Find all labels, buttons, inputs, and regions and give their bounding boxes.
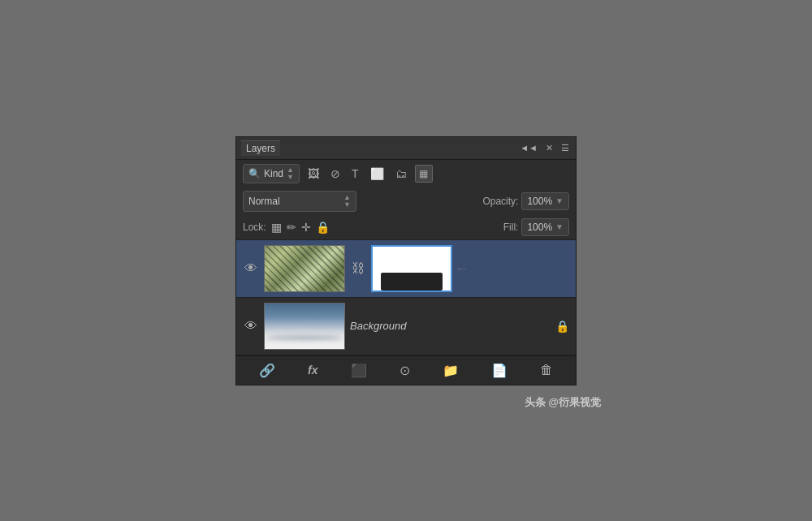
lock-row: Lock: ▦ ✏ ✛ 🔒 Fill: 100% ▼ [236, 215, 576, 240]
text-filter-icon[interactable]: T [348, 166, 362, 182]
layers-list: 👁 ⛓ ··· 👁 Background 🔒 [236, 240, 576, 355]
filter-options-icon[interactable]: ▦ [415, 165, 433, 183]
new-layer-icon[interactable]: 📄 [486, 361, 512, 380]
panel-menu-button[interactable]: ☰ [559, 143, 571, 153]
image-filter-icon[interactable]: 🖼 [304, 166, 322, 182]
opacity-control[interactable]: 100% ▼ [521, 192, 569, 210]
shape-filter-icon[interactable]: ⬜ [367, 166, 387, 182]
blend-dropdown-arrows: ▲▼ [343, 194, 351, 209]
new-group-icon[interactable]: 📁 [438, 361, 464, 380]
adjustment-filter-icon[interactable]: ⊘ [327, 166, 343, 182]
layer-visibility-2[interactable]: 👁 [243, 319, 259, 334]
blend-mode-value: Normal [248, 196, 280, 207]
blending-toolbar: Normal ▲▼ Opacity: 100% ▼ [236, 187, 576, 215]
filter-toolbar: 🔍 Kind ▲▼ 🖼 ⊘ T ⬜ 🗂 ▦ [236, 160, 576, 187]
layer-lock-2: 🔒 [555, 320, 569, 333]
layer-item-2[interactable]: 👁 Background 🔒 [236, 298, 576, 355]
title-bar: Layers ◄◄ ✕ ☰ [236, 137, 576, 160]
collapse-button[interactable]: ◄◄ [518, 143, 539, 153]
layer-more-options-1: ··· [457, 263, 465, 274]
layer-thumbnail-1 [264, 245, 345, 292]
opacity-number: 100% [527, 196, 552, 207]
kind-label: Kind [264, 168, 283, 179]
dropdown-arrows: ▲▼ [287, 166, 294, 181]
delete-layer-icon[interactable]: 🗑 [535, 361, 558, 379]
close-button[interactable]: ✕ [544, 143, 555, 153]
grid-icon: ▦ [419, 168, 428, 179]
smart-filter-icon[interactable]: 🗂 [392, 166, 410, 182]
layers-tab[interactable]: Layers [241, 140, 280, 156]
fx-icon[interactable]: fx [303, 362, 322, 378]
fill-number: 100% [527, 222, 552, 233]
layer-item-1[interactable]: 👁 ⛓ ··· [236, 240, 576, 298]
title-bar-left: Layers [241, 140, 280, 156]
watermark: 头条 @衍果视觉 [525, 395, 601, 410]
layer-name-2: Background [350, 320, 551, 332]
lock-transparency-icon[interactable]: ▦ [271, 221, 282, 234]
search-icon: 🔍 [248, 168, 261, 179]
layer-visibility-1[interactable]: 👁 [243, 261, 259, 276]
link-layers-icon[interactable]: 🔗 [254, 361, 280, 380]
lock-label: Lock: [243, 222, 266, 233]
new-adjustment-icon[interactable]: ⊙ [395, 361, 415, 380]
lock-position-icon[interactable]: ✛ [301, 221, 311, 234]
blend-mode-dropdown[interactable]: Normal ▲▼ [243, 191, 356, 212]
layer-thumbnail-2 [264, 303, 345, 350]
layer-chain-icon-1: ⛓ [352, 261, 365, 276]
lock-image-icon[interactable]: ✏ [287, 221, 296, 234]
opacity-group: Opacity: 100% ▼ [482, 192, 569, 210]
kind-dropdown[interactable]: 🔍 Kind ▲▼ [243, 164, 300, 183]
layers-panel: Layers ◄◄ ✕ ☰ 🔍 Kind ▲▼ 🖼 ⊘ T ⬜ 🗂 ▦ [235, 136, 577, 385]
bottom-toolbar: 🔗 fx ⬛ ⊙ 📁 📄 🗑 [236, 355, 576, 385]
add-mask-icon[interactable]: ⬛ [346, 361, 372, 380]
lock-all-icon[interactable]: 🔒 [316, 221, 330, 234]
fill-dropdown-arrow: ▼ [555, 222, 564, 231]
fill-control[interactable]: 100% ▼ [521, 218, 569, 236]
layer-mask-thumbnail-1[interactable] [371, 245, 452, 292]
opacity-label: Opacity: [482, 196, 518, 207]
fill-label: Fill: [503, 222, 519, 233]
photoshop-layers-panel: Layers ◄◄ ✕ ☰ 🔍 Kind ▲▼ 🖼 ⊘ T ⬜ 🗂 ▦ [235, 136, 577, 385]
title-bar-right: ◄◄ ✕ ☰ [518, 143, 571, 153]
opacity-dropdown-arrow: ▼ [555, 196, 564, 205]
fill-group: Fill: 100% ▼ [503, 218, 569, 236]
